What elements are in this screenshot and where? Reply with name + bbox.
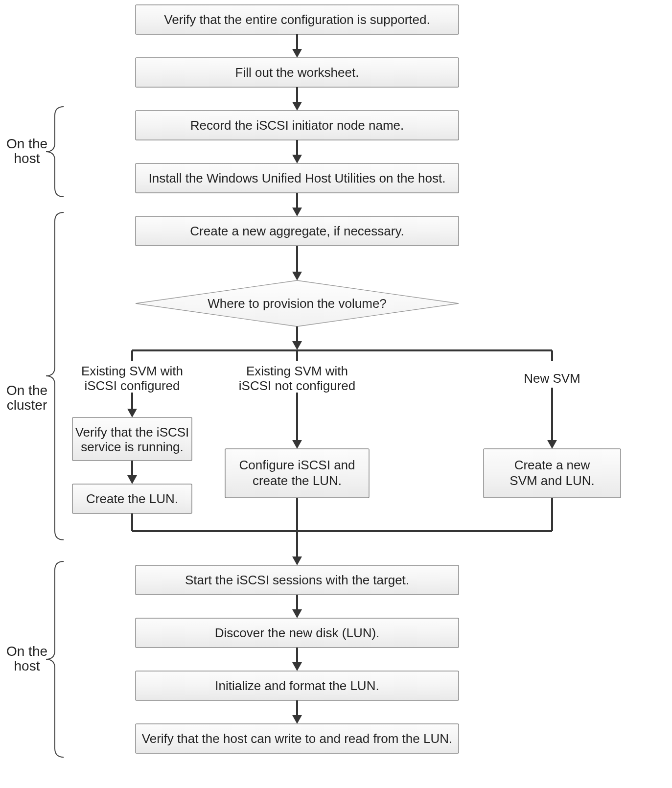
b1-create-lun-label: Create the LUN. bbox=[86, 491, 178, 506]
step-install-whu-label: Install the Windows Unified Host Utiliti… bbox=[149, 171, 446, 185]
svg-marker-31 bbox=[292, 609, 302, 618]
step-worksheet-label: Fill out the worksheet. bbox=[235, 65, 359, 80]
branch-1-label-line2: iSCSI configured bbox=[84, 378, 180, 393]
svg-marker-9 bbox=[292, 272, 302, 280]
step-start-sessions-label: Start the iSCSI sessions with the target… bbox=[185, 573, 409, 587]
label-host-2-line1: On the bbox=[6, 644, 47, 659]
svg-marker-23 bbox=[127, 475, 137, 484]
step-verify-config-label: Verify that the entire configuration is … bbox=[164, 12, 430, 27]
svg-marker-17 bbox=[127, 409, 137, 417]
svg-marker-3 bbox=[292, 102, 302, 111]
svg-marker-19 bbox=[292, 440, 302, 449]
step-discover-label: Discover the new disk (LUN). bbox=[215, 626, 380, 640]
svg-marker-33 bbox=[292, 662, 302, 671]
svg-marker-7 bbox=[292, 208, 302, 216]
b2-line2: create the LUN. bbox=[253, 473, 342, 488]
branch-1-label-line1: Existing SVM with bbox=[81, 364, 183, 378]
svg-marker-1 bbox=[292, 49, 302, 58]
svg-marker-5 bbox=[292, 155, 302, 163]
label-host-2-line2: host bbox=[14, 658, 40, 673]
b1-verify-line2: service is running. bbox=[81, 440, 184, 454]
b3-line2: SVM and LUN. bbox=[510, 473, 594, 488]
step-init-format-label: Initialize and format the LUN. bbox=[215, 678, 379, 693]
svg-marker-35 bbox=[292, 715, 302, 724]
branch-2-label-line2: iSCSI not configured bbox=[239, 378, 355, 393]
label-host-1-line2: host bbox=[14, 151, 40, 166]
svg-marker-21 bbox=[547, 440, 557, 449]
b2-line1: Configure iSCSI and bbox=[239, 458, 355, 472]
branch-2-label-line1: Existing SVM with bbox=[246, 364, 348, 378]
label-host-1-line1: On the bbox=[6, 136, 47, 151]
label-cluster-line1: On the bbox=[6, 383, 47, 398]
step-verify-rw-label: Verify that the host can write to and re… bbox=[142, 731, 452, 746]
bracket-host-1 bbox=[46, 107, 64, 197]
label-cluster-line2: cluster bbox=[7, 397, 47, 413]
step-aggregate-label: Create a new aggregate, if necessary. bbox=[190, 224, 404, 238]
bracket-cluster bbox=[46, 212, 64, 540]
step-record-iqn-label: Record the iSCSI initiator node name. bbox=[190, 118, 404, 133]
svg-marker-29 bbox=[292, 556, 302, 565]
decision-provision-label: Where to provision the volume? bbox=[208, 296, 387, 311]
svg-marker-11 bbox=[292, 341, 302, 350]
b3-line1: Create a new bbox=[514, 458, 590, 472]
branch-3-label: New SVM bbox=[524, 371, 580, 386]
b1-verify-line1: Verify that the iSCSI bbox=[75, 425, 189, 440]
flowchart-canvas: Verify that the entire configuration is … bbox=[0, 0, 672, 788]
bracket-host-2 bbox=[46, 561, 64, 757]
